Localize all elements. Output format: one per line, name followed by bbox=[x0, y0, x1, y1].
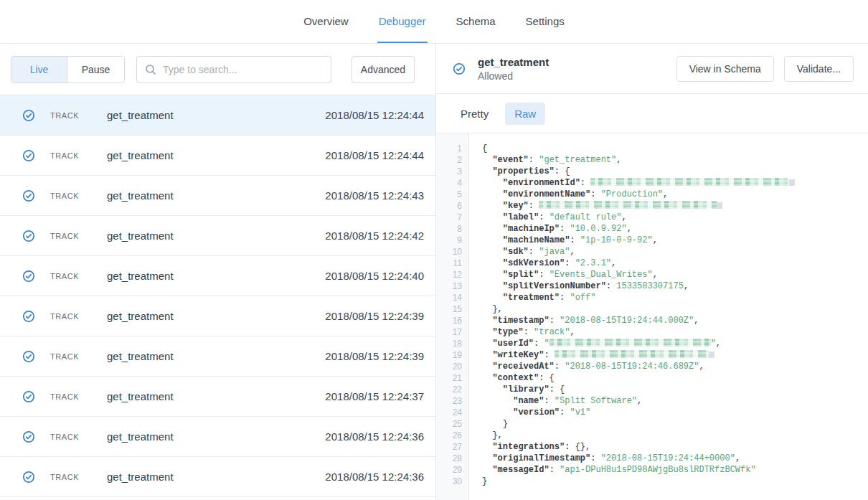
event-name: get_treatment bbox=[107, 310, 174, 322]
code-line: "timestamp": "2018-08-15T19:24:44.000Z", bbox=[482, 315, 868, 326]
main-split: Live Pause Advanced TRACKget_treatment20… bbox=[0, 44, 868, 500]
check-circle-icon bbox=[22, 310, 35, 323]
code-token: : { bbox=[539, 373, 555, 383]
code-token bbox=[482, 465, 492, 475]
code-token: : bbox=[560, 224, 570, 234]
code-area[interactable]: { "event": "get_treatment", "properties"… bbox=[469, 133, 868, 500]
code-line: "writeKey": bbox=[482, 349, 868, 361]
code-token: }, bbox=[482, 304, 503, 314]
event-row[interactable]: TRACKget_treatment2018/08/15 12:24:39 bbox=[0, 336, 435, 377]
code-token bbox=[482, 178, 503, 188]
code-token bbox=[482, 235, 503, 245]
code-token bbox=[482, 189, 503, 199]
payload-view-tabs: Pretty Raw bbox=[436, 94, 868, 133]
code-token bbox=[482, 385, 503, 395]
search-box[interactable] bbox=[136, 56, 331, 83]
code-token: "machineName" bbox=[503, 235, 570, 245]
code-token bbox=[482, 327, 492, 337]
line-number: 6 bbox=[436, 200, 462, 212]
code-token: "sdk" bbox=[503, 247, 529, 257]
code-token: 1533583307175 bbox=[616, 281, 684, 291]
code-token: "splitVersionNumber" bbox=[503, 281, 606, 291]
event-name: get_treatment bbox=[107, 109, 174, 121]
code-token: , bbox=[616, 155, 621, 165]
event-row[interactable]: TRACKget_treatment2018/08/15 12:24:44 bbox=[0, 136, 435, 176]
tab-debugger[interactable]: Debugger bbox=[377, 0, 428, 43]
code-token: "integrations" bbox=[492, 442, 565, 452]
check-circle-icon bbox=[22, 230, 35, 242]
event-row[interactable]: TRACKget_treatment2018/08/15 12:24:37 bbox=[0, 377, 435, 417]
code-token bbox=[482, 442, 492, 452]
code-token: "timestamp" bbox=[492, 316, 549, 326]
code-token: : bbox=[534, 339, 544, 349]
code-token: "type" bbox=[492, 327, 523, 337]
tab-settings[interactable]: Settings bbox=[524, 0, 566, 43]
code-token: "2.3.1" bbox=[575, 258, 611, 268]
code-line: "userId": "", bbox=[482, 338, 868, 349]
event-row[interactable]: TRACKget_treatment2018/08/15 12:24:40 bbox=[0, 256, 435, 296]
tab-schema[interactable]: Schema bbox=[455, 0, 497, 43]
code-token: , bbox=[570, 247, 575, 257]
validate-button[interactable]: Validate... bbox=[784, 56, 854, 82]
code-token bbox=[482, 350, 492, 360]
code-token: , bbox=[735, 453, 740, 463]
event-type-label: TRACK bbox=[50, 111, 93, 120]
pause-button[interactable]: Pause bbox=[67, 57, 124, 82]
event-timestamp: 2018/08/15 12:24:44 bbox=[325, 109, 424, 121]
code-token: "label" bbox=[503, 212, 539, 222]
event-name: get_treatment bbox=[107, 390, 174, 402]
code-token bbox=[482, 212, 503, 222]
code-token: , bbox=[684, 281, 689, 291]
code-token bbox=[482, 155, 492, 165]
event-type-label: TRACK bbox=[50, 192, 93, 200]
code-token bbox=[482, 373, 492, 383]
event-row[interactable]: TRACKget_treatment2018/08/15 12:24:36 bbox=[0, 457, 435, 497]
check-circle-icon bbox=[453, 62, 466, 75]
tab-overview[interactable]: Overview bbox=[302, 0, 350, 43]
advanced-button[interactable]: Advanced bbox=[352, 56, 415, 83]
code-token: "ip-10-0-9-92" bbox=[580, 235, 653, 245]
event-row[interactable]: TRACKget_treatment2018/08/15 12:24:43 bbox=[0, 176, 435, 216]
event-type-label: TRACK bbox=[50, 352, 93, 361]
check-circle-icon bbox=[22, 471, 35, 484]
code-line: "event": "get_treatment", bbox=[482, 154, 868, 166]
code-token bbox=[482, 396, 513, 406]
tab-pretty[interactable]: Pretty bbox=[451, 103, 498, 125]
view-in-schema-button[interactable]: View in Schema bbox=[676, 56, 774, 82]
code-token: : bbox=[590, 189, 600, 199]
search-input[interactable] bbox=[163, 64, 323, 75]
code-token: "off" bbox=[570, 293, 595, 303]
code-token bbox=[482, 339, 492, 349]
code-line: "version": "v1" bbox=[482, 407, 868, 418]
code-line: "type": "track", bbox=[482, 326, 868, 338]
check-circle-icon bbox=[22, 270, 35, 283]
code-token: "name" bbox=[513, 396, 544, 406]
line-number: 26 bbox=[436, 430, 462, 441]
event-row[interactable]: TRACKget_treatment2018/08/15 12:24:36 bbox=[0, 417, 435, 457]
code-token bbox=[482, 316, 492, 326]
check-circle-icon bbox=[22, 390, 35, 403]
code-line: "messageId": "api-DPuH8u1sPD98AWjgBu8slR… bbox=[482, 464, 868, 476]
event-row[interactable]: TRACKget_treatment2018/08/15 12:24:44 bbox=[0, 95, 435, 136]
code-token: , bbox=[699, 362, 704, 372]
code-token bbox=[482, 258, 503, 268]
code-line: "machineIp": "10.0.9.92", bbox=[482, 223, 868, 235]
line-number: 7 bbox=[436, 212, 462, 223]
line-number: 1 bbox=[436, 143, 462, 154]
code-token: "key" bbox=[503, 201, 529, 211]
code-token: { bbox=[482, 143, 487, 154]
line-number: 30 bbox=[436, 476, 462, 487]
event-row[interactable]: TRACKget_treatment2018/08/15 12:24:42 bbox=[0, 216, 435, 256]
tab-raw[interactable]: Raw bbox=[505, 103, 545, 125]
live-button[interactable]: Live bbox=[11, 57, 67, 82]
event-row[interactable]: TRACKget_treatment2018/08/15 12:24:39 bbox=[0, 296, 435, 336]
code-token bbox=[482, 247, 503, 257]
code-token: "userId" bbox=[492, 339, 534, 349]
event-type-label: TRACK bbox=[50, 312, 93, 321]
code-line: "properties": { bbox=[482, 166, 868, 177]
line-number: 10 bbox=[436, 246, 462, 258]
code-token: , bbox=[694, 316, 699, 326]
line-number: 24 bbox=[436, 407, 462, 418]
code-token: "2018-08-15T19:24:44+0000" bbox=[601, 453, 735, 463]
redacted-value-block bbox=[590, 178, 789, 186]
